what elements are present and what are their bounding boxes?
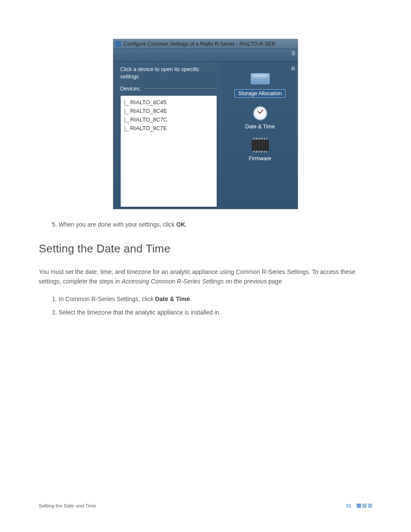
step-1-suffix: . — [190, 296, 192, 302]
intro-xref: Accessing Common R-Series Settings — [121, 278, 224, 285]
step-1-prefix: In Common R-Series Settings, click — [59, 296, 155, 302]
step-5-ok: OK — [176, 221, 185, 228]
devices-header-row: Devices: — [120, 86, 217, 92]
device-hint-text: Click a device to open its specific sett… — [120, 66, 217, 81]
toolbar-ribbon — [113, 49, 298, 62]
page-number: 91 — [346, 503, 352, 508]
continued-steps-list: When you are done with your settings, cl… — [39, 220, 372, 229]
step-5-suffix: . — [185, 221, 187, 228]
step-1-bold: Date & Time — [155, 296, 190, 302]
firmware-button[interactable]: Firmware — [222, 137, 298, 162]
ribbon-cutoff-text: S — [292, 50, 295, 56]
window-titlebar: Configure Common Settings of a Rialto R-… — [113, 39, 298, 49]
intro-part2: on the previous page — [224, 278, 282, 285]
footer-right: 91 — [346, 503, 372, 508]
document-body: When you are done with your settings, cl… — [39, 220, 372, 317]
app-icon — [115, 41, 121, 47]
right-options-pane: R Storage Allocation Date & Time Firmwar… — [222, 62, 298, 209]
window-title: Configure Common Settings of a Rialto R-… — [124, 41, 275, 47]
footer-logo-blocks — [357, 504, 372, 508]
date-time-label: Date & Time — [245, 124, 275, 130]
procedure-steps-list: In Common R-Series Settings, click Date … — [39, 295, 372, 317]
right-cutoff-text: R — [291, 66, 295, 72]
date-time-button[interactable]: Date & Time — [222, 106, 298, 130]
device-list-item[interactable]: RIALTO_8C7C — [124, 115, 213, 124]
clock-icon — [249, 106, 271, 121]
app-window: Configure Common Settings of a Rialto R-… — [113, 39, 298, 209]
step-2: Select the timezone that the analytic ap… — [59, 308, 372, 317]
hard-drive-icon — [249, 71, 271, 87]
device-list-item[interactable]: RIALTO_8C4E — [124, 107, 213, 115]
device-list-item[interactable]: RIALTO_8C45 — [124, 98, 213, 107]
firmware-label: Firmware — [249, 156, 271, 162]
left-pane: Click a device to open its specific sett… — [113, 62, 222, 209]
step-5-text: When you are done with your settings, cl… — [59, 221, 176, 228]
device-list[interactable]: RIALTO_8C45 RIALTO_8C4E RIALTO_8C7C RIAL… — [120, 95, 217, 207]
chip-icon — [249, 137, 271, 153]
storage-allocation-label: Storage Allocation — [234, 89, 286, 98]
step-1: In Common R-Series Settings, click Date … — [59, 295, 372, 304]
page-footer: Setting the Date and Time 91 — [39, 503, 372, 508]
window-body: Click a device to open its specific sett… — [113, 62, 298, 209]
devices-label: Devices: — [120, 86, 141, 92]
figure-container: Configure Common Settings of a Rialto R-… — [39, 39, 372, 209]
intro-paragraph: You must set the date, time, and timezon… — [39, 268, 372, 286]
device-list-item[interactable]: RIALTO_8C7E — [124, 124, 213, 133]
storage-allocation-button[interactable]: Storage Allocation — [222, 71, 298, 98]
footer-title: Setting the Date and Time — [39, 503, 96, 508]
divider-line — [144, 88, 217, 89]
step-5: When you are done with your settings, cl… — [59, 220, 372, 229]
section-heading: Setting the Date and Time — [39, 242, 372, 255]
